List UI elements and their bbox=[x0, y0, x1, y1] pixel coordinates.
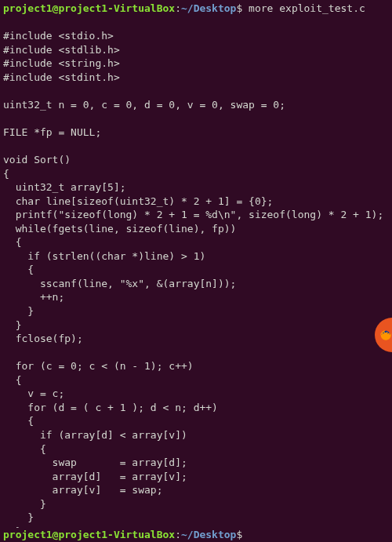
code-line: { bbox=[3, 264, 34, 275]
bottom-prompt-line: project1@project1-VirtualBox:~/Desktop$ bbox=[3, 528, 242, 542]
code-line: } bbox=[3, 319, 21, 331]
prompt-dollar: $ bbox=[236, 529, 242, 540]
code-line: { bbox=[3, 236, 21, 248]
prompt-user-host: project1@project1-VirtualBox bbox=[3, 529, 175, 540]
code-line: { bbox=[3, 168, 9, 180]
file-content: #include <stdio.h> #include <stdlib.h> #… bbox=[3, 16, 389, 542]
code-line: while(fgets(line, sizeof(line), fp)) bbox=[3, 223, 236, 235]
code-line: array[d] = array[v]; bbox=[3, 471, 187, 482]
code-line: v = c; bbox=[3, 387, 64, 399]
code-line: for (d = ( c + 1 ); d < n; d++) bbox=[3, 402, 218, 413]
terminal-window[interactable]: project1@project1-VirtualBox:~/Desktop$ … bbox=[3, 2, 389, 542]
code-line: { bbox=[3, 443, 46, 455]
code-line: printf("sizeof(long) * 2 + 1 = %d\n", si… bbox=[3, 209, 383, 220]
command-text: more exploit_test.c bbox=[242, 2, 365, 14]
code-line: void Sort() bbox=[3, 154, 71, 166]
code-line: uint32_t array[5]; bbox=[3, 181, 126, 193]
code-line: if (array[d] < array[v]) bbox=[3, 429, 187, 441]
code-line: #include <stdio.h> bbox=[3, 30, 114, 42]
prompt-separator: : bbox=[175, 2, 181, 14]
code-line: #include <stdint.h> bbox=[3, 71, 120, 83]
code-line: #include <string.h> bbox=[3, 57, 120, 69]
prompt-line: project1@project1-VirtualBox:~/Desktop$ … bbox=[3, 2, 389, 16]
code-line: { bbox=[3, 374, 21, 386]
code-line: { bbox=[3, 415, 34, 427]
prompt-path: ~/Desktop bbox=[181, 529, 236, 540]
code-line: #include <stdlib.h> bbox=[3, 44, 120, 56]
code-line: sscanf(line, "%x", &(array[n])); bbox=[3, 278, 236, 289]
code-line: swap = array[d]; bbox=[3, 457, 187, 468]
code-line: } bbox=[3, 305, 34, 317]
code-line: uint32_t n = 0, c = 0, d = 0, v = 0, swa… bbox=[3, 99, 285, 111]
prompt-separator: : bbox=[175, 529, 181, 540]
code-line: char line[sizeof(uint32_t) * 2 + 1] = {0… bbox=[3, 195, 273, 207]
code-line: } bbox=[3, 511, 34, 523]
code-line: fclose(fp); bbox=[3, 333, 83, 344]
prompt-user-host: project1@project1-VirtualBox bbox=[3, 2, 175, 14]
code-line: } bbox=[3, 498, 46, 510]
code-line: FILE *fp = NULL; bbox=[3, 126, 101, 138]
prompt-path: ~/Desktop bbox=[181, 2, 236, 14]
code-line: array[v] = swap; bbox=[3, 484, 163, 496]
code-line: if (strlen((char *)line) > 1) bbox=[3, 250, 205, 262]
code-line: for (c = 0; c < (n - 1); c++) bbox=[3, 360, 194, 372]
code-line: ++n; bbox=[3, 291, 64, 303]
